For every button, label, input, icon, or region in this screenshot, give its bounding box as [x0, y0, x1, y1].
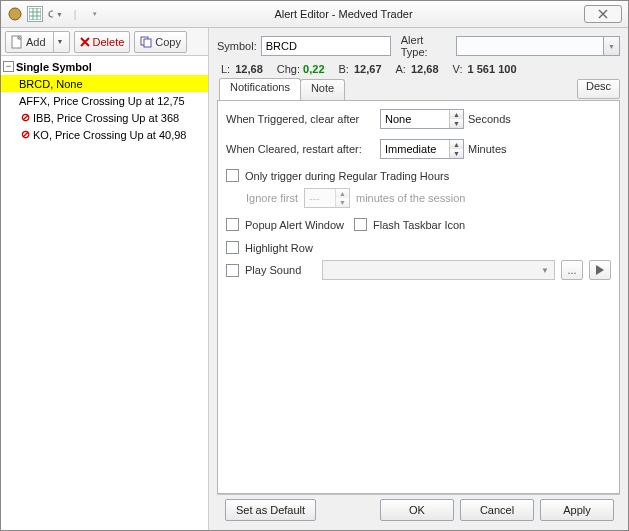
overflow-dropdown-icon[interactable]: ▾: [87, 6, 103, 22]
tree-item[interactable]: ⊘ IBB, Price Crossing Up at 368: [1, 109, 208, 126]
add-label: Add: [26, 36, 46, 48]
play-preview-button[interactable]: [589, 260, 611, 280]
alerttype-input[interactable]: [456, 36, 604, 56]
popup-flash-row: Popup Alert Window Flash Taskbar Icon: [226, 218, 611, 231]
delete-x-icon: [80, 37, 90, 47]
app-icon: [7, 6, 23, 22]
symbol-row: Symbol: Alert Type: ▼: [217, 34, 620, 58]
spin-down-icon[interactable]: ▼: [450, 149, 463, 158]
link-dropdown-icon[interactable]: ▼: [47, 6, 63, 22]
flash-checkbox-row[interactable]: Flash Taskbar Icon: [354, 218, 465, 231]
play-icon: [596, 265, 604, 275]
cleared-label: When Cleared, restart after:: [226, 143, 376, 155]
quote-last: L: 12,68: [221, 63, 263, 75]
symbol-input[interactable]: [261, 36, 391, 56]
flash-label: Flash Taskbar Icon: [373, 219, 465, 231]
tree-item-label: KO, Price Crossing Up at 40,98: [33, 129, 186, 141]
alerttype-dropdown-icon[interactable]: ▼: [604, 36, 620, 56]
quote-ask: A: 12,68: [396, 63, 439, 75]
left-panel: Add ▼ Delete Copy − Single Symbol: [1, 28, 209, 530]
grid-icon[interactable]: [27, 6, 43, 22]
tree-item[interactable]: AFFX, Price Crossing Up at 12,75: [1, 92, 208, 109]
desc-button[interactable]: Desc: [577, 79, 620, 99]
triggered-label: When Triggered, clear after: [226, 113, 376, 125]
ignore-first-value: [305, 189, 335, 207]
tree-item-label: BRCD, None: [19, 78, 83, 90]
regular-hours-checkbox[interactable]: [226, 169, 239, 182]
cleared-value[interactable]: [381, 140, 449, 158]
svg-point-0: [9, 8, 21, 20]
cleared-unit: Minutes: [468, 143, 507, 155]
cleared-spinner[interactable]: ▲▼: [380, 139, 464, 159]
ignore-first-label: Ignore first: [246, 192, 298, 204]
titlebar: ▼ | ▾ Alert Editor - Medved Trader: [1, 1, 628, 28]
highlight-label: Highlight Row: [245, 242, 313, 254]
alerttype-label: Alert Type:: [401, 34, 452, 58]
add-button[interactable]: Add ▼: [5, 31, 70, 53]
spin-down-icon: ▼: [336, 198, 349, 207]
tree-item[interactable]: BRCD, None: [1, 75, 208, 92]
tree-header-row[interactable]: − Single Symbol: [1, 58, 208, 75]
spin-down-icon[interactable]: ▼: [450, 119, 463, 128]
tree-item-label: AFFX, Price Crossing Up at 12,75: [19, 95, 185, 107]
sound-file-combo[interactable]: ▼: [322, 260, 555, 280]
quote-change: Chg: 0,22: [277, 63, 325, 75]
quote-bid: B: 12,67: [339, 63, 382, 75]
cleared-row: When Cleared, restart after: ▲▼ Minutes: [226, 139, 611, 159]
collapse-icon[interactable]: −: [3, 61, 14, 72]
notifications-panel: When Triggered, clear after ▲▼ Seconds W…: [217, 101, 620, 494]
play-sound-checkbox[interactable]: [226, 264, 239, 277]
close-button[interactable]: [584, 5, 622, 23]
cancel-button[interactable]: Cancel: [460, 499, 534, 521]
apply-button[interactable]: Apply: [540, 499, 614, 521]
play-sound-checkbox-row[interactable]: Play Sound: [226, 264, 316, 277]
tabstrip: Notifications Note Desc: [217, 79, 620, 101]
flash-checkbox[interactable]: [354, 218, 367, 231]
sound-row: Play Sound ▼ ...: [226, 260, 611, 280]
alert-tree[interactable]: − Single Symbol BRCD, None AFFX, Price C…: [1, 56, 208, 530]
spin-up-icon: ▲: [336, 189, 349, 198]
set-default-button[interactable]: Set as Default: [225, 499, 316, 521]
tree-item[interactable]: ⊘ KO, Price Crossing Up at 40,98: [1, 126, 208, 143]
right-panel: Symbol: Alert Type: ▼ L: 12,68 Chg: 0,22…: [209, 28, 628, 530]
copy-icon: [140, 36, 152, 48]
highlight-checkbox[interactable]: [226, 241, 239, 254]
highlight-row[interactable]: Highlight Row: [226, 241, 611, 254]
spin-up-icon[interactable]: ▲: [450, 110, 463, 119]
svg-rect-1: [29, 8, 41, 20]
left-toolbar: Add ▼ Delete Copy: [1, 28, 208, 56]
tree-item-label: IBB, Price Crossing Up at 368: [33, 112, 179, 124]
delete-label: Delete: [93, 36, 125, 48]
copy-label: Copy: [155, 36, 181, 48]
browse-sound-button[interactable]: ...: [561, 260, 583, 280]
quote-bar: L: 12,68 Chg: 0,22 B: 12,67 A: 12,68 V: …: [217, 62, 620, 79]
forbidden-icon: ⊘: [19, 111, 31, 124]
titlebar-quick-icons: ▼ | ▾: [7, 6, 103, 22]
ignore-first-unit: minutes of the session: [356, 192, 465, 204]
forbidden-icon: ⊘: [19, 128, 31, 141]
spin-up-icon[interactable]: ▲: [450, 140, 463, 149]
footer: Set as Default OK Cancel Apply: [217, 494, 620, 524]
body: Add ▼ Delete Copy − Single Symbol: [1, 28, 628, 530]
tab-notifications[interactable]: Notifications: [219, 78, 301, 100]
alert-editor-window: ▼ | ▾ Alert Editor - Medved Trader Add ▼…: [0, 0, 629, 531]
ignore-first-row: Ignore first ▲▼ minutes of the session: [226, 188, 611, 208]
window-title: Alert Editor - Medved Trader: [103, 8, 584, 20]
triggered-row: When Triggered, clear after ▲▼ Seconds: [226, 109, 611, 129]
triggered-unit: Seconds: [468, 113, 511, 125]
popup-checkbox[interactable]: [226, 218, 239, 231]
regular-hours-row[interactable]: Only trigger during Regular Trading Hour…: [226, 169, 611, 182]
regular-hours-label: Only trigger during Regular Trading Hour…: [245, 170, 449, 182]
svg-rect-8: [144, 39, 151, 47]
ok-button[interactable]: OK: [380, 499, 454, 521]
triggered-value[interactable]: [381, 110, 449, 128]
copy-button[interactable]: Copy: [134, 31, 187, 53]
add-split-icon[interactable]: ▼: [53, 32, 64, 52]
delete-button[interactable]: Delete: [74, 31, 131, 53]
footer-left: Set as Default: [225, 499, 316, 521]
popup-checkbox-row[interactable]: Popup Alert Window: [226, 218, 344, 231]
divider-icon: |: [67, 6, 83, 22]
chevron-down-icon[interactable]: ▼: [538, 266, 552, 275]
triggered-spinner[interactable]: ▲▼: [380, 109, 464, 129]
tab-note[interactable]: Note: [300, 79, 345, 100]
